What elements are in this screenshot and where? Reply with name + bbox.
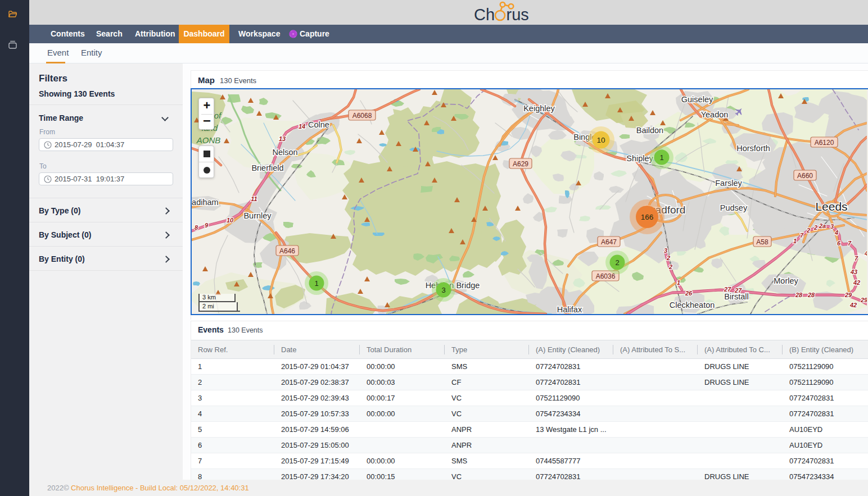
- svg-text:42: 42: [853, 279, 860, 286]
- svg-text:A6068: A6068: [352, 112, 372, 120]
- svg-text:14: 14: [299, 123, 305, 130]
- svg-text:Birstall: Birstall: [724, 292, 749, 301]
- svg-text:1: 1: [677, 279, 680, 286]
- svg-text:43: 43: [850, 269, 857, 275]
- svg-text:Ch: Ch: [474, 6, 495, 24]
- svg-text:Halifax: Halifax: [557, 305, 582, 314]
- svg-text:Padiham: Padiham: [192, 198, 219, 207]
- svg-text:1: 1: [659, 153, 663, 162]
- svg-text:Morley: Morley: [774, 276, 798, 285]
- svg-text:Pudsey: Pudsey: [720, 203, 748, 212]
- svg-text:26: 26: [685, 290, 693, 297]
- svg-text:3: 3: [664, 247, 667, 254]
- svg-text:2a: 2a: [819, 222, 826, 229]
- svg-text:13: 13: [279, 135, 286, 142]
- svg-text:4: 4: [834, 229, 838, 236]
- svg-text:2: 2: [806, 227, 810, 234]
- svg-text:Farsley: Farsley: [715, 179, 742, 188]
- svg-text:7: 7: [855, 255, 858, 262]
- svg-text:Leeds: Leeds: [815, 200, 847, 213]
- svg-text:A647: A647: [601, 238, 617, 246]
- svg-text:Guiseley: Guiseley: [681, 95, 713, 104]
- svg-text:Shipley: Shipley: [626, 154, 653, 163]
- svg-text:8: 8: [195, 224, 198, 231]
- svg-text:6: 6: [837, 240, 841, 247]
- svg-text:A6120: A6120: [815, 139, 834, 147]
- svg-text:Horsforth: Horsforth: [736, 144, 770, 153]
- svg-text:28: 28: [795, 292, 803, 298]
- svg-text:29: 29: [860, 297, 867, 303]
- svg-text:42: 42: [849, 302, 857, 308]
- svg-text:7: 7: [848, 240, 852, 247]
- svg-text:2: 2: [668, 263, 672, 270]
- svg-text:28: 28: [807, 292, 815, 298]
- svg-text:A646: A646: [279, 247, 295, 255]
- svg-text:rus: rus: [507, 6, 529, 24]
- svg-text:A629: A629: [513, 160, 528, 168]
- svg-text:3: 3: [441, 286, 445, 294]
- svg-text:Nelson: Nelson: [272, 148, 297, 157]
- svg-text:29: 29: [844, 292, 852, 298]
- svg-text:2: 2: [615, 258, 619, 267]
- svg-text:Baildon: Baildon: [636, 126, 663, 135]
- svg-text:AONB: AONB: [196, 135, 221, 145]
- svg-text:10: 10: [227, 217, 234, 224]
- svg-text:3: 3: [830, 223, 834, 230]
- svg-text:Keighley: Keighley: [523, 104, 555, 113]
- svg-text:Brierfield: Brierfield: [251, 163, 283, 172]
- svg-text:4: 4: [864, 250, 867, 257]
- svg-text:1: 1: [314, 279, 318, 288]
- svg-text:Burnley: Burnley: [243, 211, 272, 220]
- svg-text:A660: A660: [797, 172, 813, 180]
- svg-text:1: 1: [793, 238, 797, 244]
- svg-text:2: 2: [813, 224, 817, 231]
- svg-text:A6036: A6036: [596, 272, 616, 280]
- svg-text:2: 2: [666, 254, 670, 261]
- svg-text:A58: A58: [756, 238, 768, 246]
- svg-text:166: 166: [641, 213, 654, 221]
- svg-text:Cleckheaton: Cleckheaton: [670, 301, 715, 310]
- svg-text:7: 7: [800, 232, 804, 239]
- svg-text:Colne: Colne: [308, 120, 329, 129]
- svg-text:Yeadon: Yeadon: [701, 110, 729, 119]
- svg-text:10: 10: [596, 136, 605, 144]
- svg-text:9: 9: [205, 222, 209, 229]
- svg-text:11: 11: [251, 195, 257, 202]
